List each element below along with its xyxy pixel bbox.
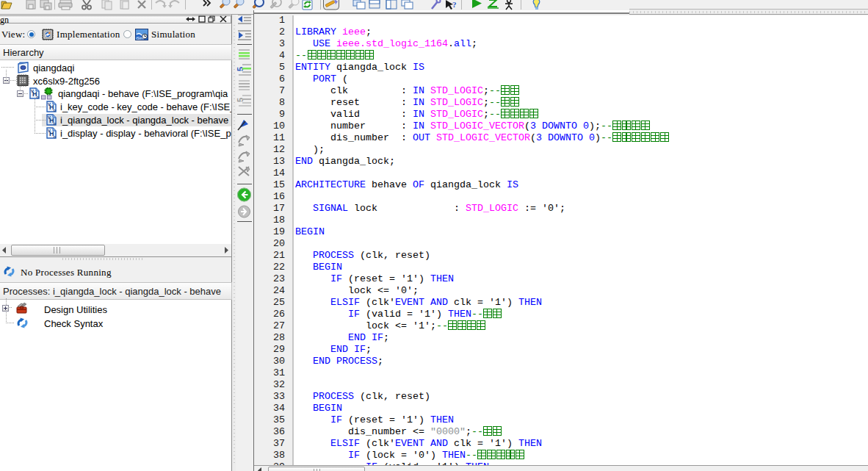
svg-text:?: ? xyxy=(452,0,457,9)
svg-text:o: o xyxy=(54,121,57,126)
svg-text:o: o xyxy=(37,95,40,99)
svg-text:iSim: iSim xyxy=(136,36,144,40)
svg-text:o: o xyxy=(54,134,57,139)
svg-text:o: o xyxy=(54,108,57,112)
